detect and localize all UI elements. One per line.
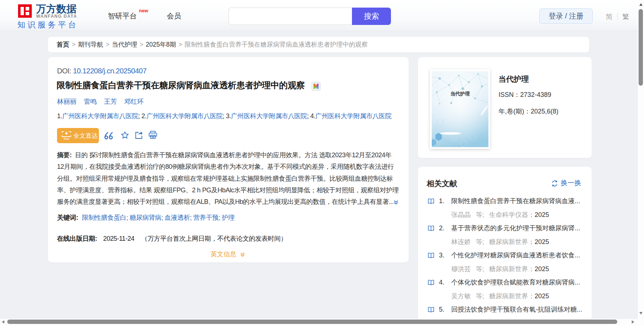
svg-text:free: free xyxy=(64,137,69,141)
svg-text:当代护理: 当代护理 xyxy=(451,91,470,97)
